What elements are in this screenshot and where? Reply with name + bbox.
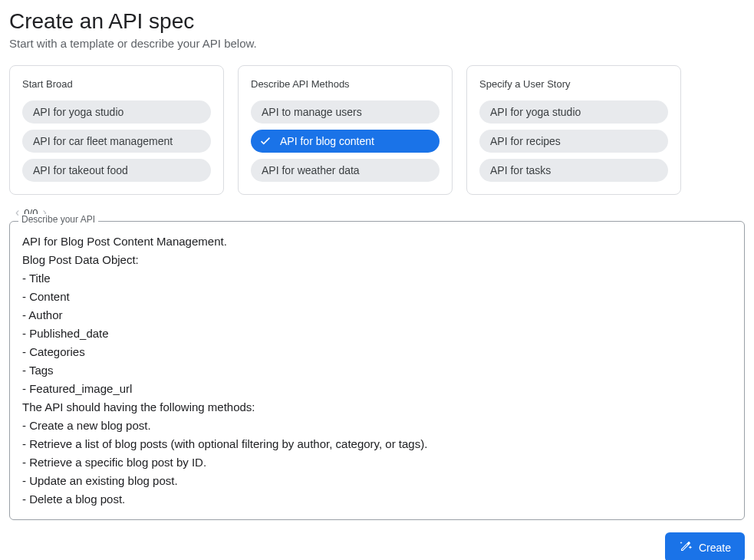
template-chip-label: API for blog content [280,135,374,147]
create-button[interactable]: Create [665,532,745,560]
template-chip-label: API for yoga studio [490,106,581,118]
template-chip[interactable]: API for recipes [479,130,668,153]
template-chip[interactable]: API for yoga studio [22,100,211,124]
describe-api-textarea[interactable]: API for Blog Post Content Management. Bl… [9,221,745,520]
template-chip-label: API for recipes [490,135,561,147]
template-chip-label: API for takeout food [33,164,128,176]
template-card: Specify a User StoryAPI for yoga studioA… [466,65,681,195]
pager: ‹ 0/0 › [15,206,745,219]
page-title: Create an API spec [9,9,745,34]
template-chip[interactable]: API to manage users [251,100,440,124]
create-button-label: Create [699,542,731,554]
template-chip-label: API for tasks [490,164,551,176]
check-icon [258,133,272,150]
template-card: Describe API MethodsAPI to manage usersA… [238,65,453,195]
template-chip-label: API to manage users [262,106,362,118]
template-cards-row: Start BroadAPI for yoga studioAPI for ca… [9,65,745,195]
template-chip[interactable]: API for takeout food [22,159,211,182]
template-chip-label: API for yoga studio [33,106,123,118]
template-chip-label: API for car fleet management [33,135,173,147]
footer: Create [9,532,745,560]
describe-api-legend: Describe your API [18,214,98,225]
template-chip-label: API for weather data [262,164,360,176]
template-chip[interactable]: API for yoga studio [479,100,668,124]
card-title: Describe API Methods [251,78,440,90]
page-subtitle: Start with a template or describe your A… [9,37,745,50]
template-chip[interactable]: API for tasks [479,159,668,182]
template-card: Start BroadAPI for yoga studioAPI for ca… [9,65,224,195]
template-chip[interactable]: API for car fleet management [22,130,211,153]
card-title: Start Broad [22,78,211,90]
card-title: Specify a User Story [479,78,668,90]
magic-pen-icon [679,539,693,555]
template-chip[interactable]: API for weather data [251,159,440,182]
template-chip[interactable]: API for blog content [251,130,440,153]
describe-api-field[interactable]: Describe your API API for Blog Post Cont… [9,221,745,520]
